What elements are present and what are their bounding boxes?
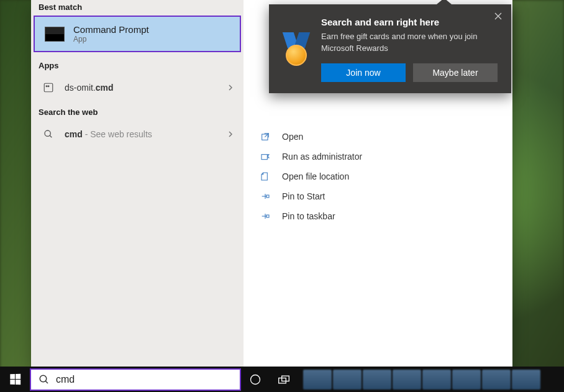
app-result-label: ds-omit.cmd [65, 83, 114, 93]
action-label: Pin to taskbar [282, 211, 335, 221]
svg-point-3 [45, 130, 50, 136]
best-match-text: Command Prompt App [73, 24, 149, 43]
taskbar-app[interactable] [333, 370, 362, 390]
action-open-location[interactable]: Open file location [256, 166, 500, 186]
search-input[interactable] [56, 374, 232, 385]
app-result-item[interactable]: ds-omit.cmd [31, 74, 243, 101]
command-prompt-icon [45, 27, 65, 42]
svg-rect-6 [262, 155, 267, 160]
best-match-header: Best match [31, 0, 243, 16]
join-now-button[interactable]: Join now [321, 63, 406, 82]
apps-header: Apps [31, 58, 243, 74]
taskbar-app[interactable] [303, 370, 332, 390]
context-actions-list: Open Run as administrator Open file loca… [243, 124, 512, 229]
best-match-subtitle: App [73, 35, 149, 43]
open-icon [260, 132, 271, 142]
medal-icon [283, 32, 310, 66]
taskbar-app[interactable] [452, 370, 481, 390]
maybe-later-button[interactable]: Maybe later [413, 63, 498, 82]
taskbar-app[interactable] [422, 370, 451, 390]
app-label-bold: cmd [96, 83, 114, 93]
shield-icon [260, 152, 271, 162]
svg-point-1 [46, 86, 47, 87]
windows-logo-icon [10, 374, 20, 385]
chevron-right-icon [227, 131, 234, 137]
svg-rect-12 [279, 378, 286, 383]
best-match-title: Command Prompt [73, 24, 149, 35]
taskbar-search-box[interactable] [30, 368, 241, 391]
cortana-button[interactable] [241, 367, 270, 392]
action-label: Open [282, 132, 303, 142]
app-label-prefix: ds-omit. [65, 83, 96, 93]
search-icon [39, 374, 50, 385]
web-suffix-text: - See web results [83, 129, 152, 139]
rewards-popup: Search and earn right here Earn free gif… [269, 4, 511, 93]
results-left-column: Best match Command Prompt App Apps ds-om… [31, 0, 243, 367]
taskbar-app[interactable] [393, 370, 421, 390]
svg-rect-13 [282, 376, 289, 381]
taskbar-app[interactable] [363, 370, 391, 390]
taskbar-app[interactable] [482, 370, 511, 390]
web-result-label: cmd - See web results [65, 129, 152, 139]
svg-line-10 [45, 381, 48, 383]
pin-start-icon [260, 191, 271, 201]
search-icon [41, 127, 56, 142]
taskbar-app[interactable] [512, 370, 540, 390]
svg-point-11 [251, 375, 260, 384]
web-result-item[interactable]: cmd - See web results [31, 121, 243, 148]
action-label: Pin to Start [282, 191, 325, 201]
action-pin-taskbar[interactable]: Pin to taskbar [256, 206, 500, 226]
rewards-text: Search and earn right here Earn free gif… [321, 17, 498, 82]
start-button[interactable] [0, 367, 30, 392]
svg-point-2 [48, 86, 49, 87]
action-open[interactable]: Open [256, 127, 500, 147]
chevron-right-icon [227, 84, 234, 91]
pin-taskbar-icon [260, 211, 271, 221]
task-view-button[interactable] [270, 367, 298, 392]
folder-icon [260, 171, 271, 181]
web-header: Search the web [31, 105, 243, 121]
svg-rect-0 [44, 83, 53, 92]
action-label: Run as administrator [282, 152, 362, 162]
taskbar [0, 367, 564, 392]
best-match-result[interactable]: Command Prompt App [34, 16, 241, 52]
action-label: Open file location [282, 171, 349, 181]
svg-point-9 [40, 375, 47, 382]
action-pin-start[interactable]: Pin to Start [256, 186, 500, 206]
taskbar-pinned-apps [303, 367, 540, 392]
web-query-text: cmd [65, 129, 83, 139]
action-run-admin[interactable]: Run as administrator [256, 147, 500, 166]
batch-file-icon [41, 80, 56, 95]
rewards-subtitle: Earn free gift cards and more when you j… [321, 31, 498, 55]
svg-line-4 [50, 135, 52, 137]
rewards-title: Search and earn right here [321, 17, 498, 27]
close-icon[interactable] [494, 12, 503, 21]
